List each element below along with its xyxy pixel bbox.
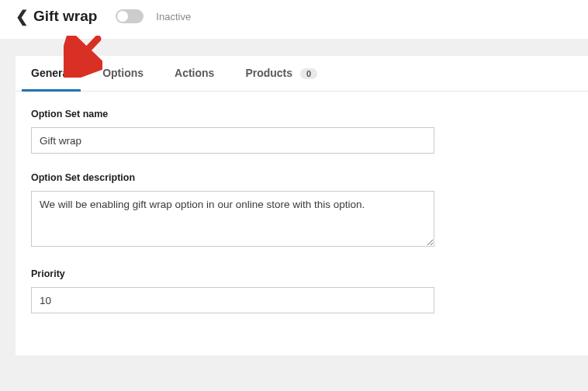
tab-actions[interactable]: Actions xyxy=(175,56,214,91)
priority-label: Priority xyxy=(31,268,572,279)
back-chevron-icon[interactable]: ❮ xyxy=(16,9,29,24)
toggle-knob xyxy=(117,11,128,22)
tab-label: Products xyxy=(245,67,292,79)
products-count-badge: 0 xyxy=(300,68,317,79)
option-set-name-input[interactable] xyxy=(31,127,434,154)
option-set-description-label: Option Set description xyxy=(31,172,572,183)
general-form: Option Set name Option Set description W… xyxy=(16,92,588,355)
page-header: ❮ Gift wrap Inactive xyxy=(0,0,588,39)
field-option-set-description: Option Set description We will be enabli… xyxy=(31,172,572,250)
active-toggle-label: Inactive xyxy=(156,11,191,22)
tab-label: Actions xyxy=(175,67,214,79)
tab-bar: General Options Actions Products 0 xyxy=(16,56,588,92)
option-set-description-textarea[interactable]: We will be enabling gift wrap option in … xyxy=(31,191,434,247)
content-stage: General Options Actions Products 0 Optio… xyxy=(0,39,588,391)
tab-label: Options xyxy=(102,67,144,79)
active-toggle[interactable] xyxy=(116,9,144,23)
tab-general[interactable]: General xyxy=(31,56,71,91)
priority-input[interactable] xyxy=(31,287,434,313)
settings-card: General Options Actions Products 0 Optio… xyxy=(16,56,588,355)
option-set-name-label: Option Set name xyxy=(31,109,572,119)
field-priority: Priority xyxy=(31,268,572,313)
tab-label: General xyxy=(31,67,71,79)
tab-options[interactable]: Options xyxy=(102,56,144,91)
tab-products[interactable]: Products 0 xyxy=(245,56,317,91)
page-title: Gift wrap xyxy=(33,8,97,25)
field-option-set-name: Option Set name xyxy=(31,109,572,154)
